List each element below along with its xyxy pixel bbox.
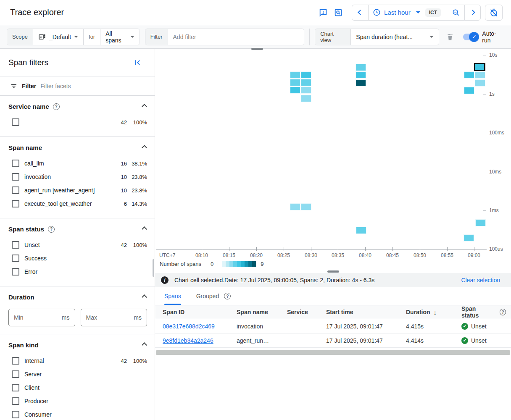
auto-refresh-off-button[interactable] (485, 5, 503, 21)
duration-min-input[interactable] (14, 314, 52, 321)
facet-row: execute_tool get_weather614.3% (8, 197, 147, 210)
checkbox[interactable] (12, 200, 19, 207)
column-header-service[interactable]: Service (287, 309, 326, 315)
column-header-span-name[interactable]: Span name (237, 309, 287, 315)
time-prev-button[interactable] (352, 5, 368, 20)
collapse-section-button[interactable] (142, 102, 147, 111)
heatmap-cell[interactable] (356, 71, 366, 79)
heatmap-cell[interactable] (356, 227, 366, 234)
help-icon[interactable]: ? (53, 103, 60, 110)
time-next-button[interactable] (464, 5, 480, 20)
x-axis-tick-label: 08:30 (302, 252, 320, 258)
heatmap-cell[interactable] (301, 95, 311, 102)
heatmap-cell[interactable] (290, 79, 300, 86)
span-filters-sidebar: Span filters Filter Service name?42100%S… (0, 49, 155, 420)
facet-filter-input[interactable] (40, 83, 146, 89)
column-header-span-status[interactable]: Span status? (461, 305, 506, 319)
collapse-section-button[interactable] (142, 224, 147, 234)
facet-row: Unset42100% (8, 238, 147, 252)
heatmap-cell[interactable] (290, 87, 300, 94)
checkbox[interactable] (12, 241, 19, 249)
heatmap-cell[interactable] (464, 234, 474, 242)
start-time-cell: 17 Jul 2025, 09:01:47 (326, 337, 406, 344)
facet-row: invocation1023.8% (8, 170, 147, 184)
heatmap-cell[interactable] (301, 203, 311, 210)
screen-search-button[interactable] (331, 5, 346, 20)
heatmap-cell-selected[interactable] (474, 63, 485, 71)
duration-max-input[interactable] (86, 314, 124, 321)
checkbox[interactable] (12, 255, 19, 262)
help-icon[interactable]: ? (500, 309, 506, 315)
checkbox[interactable] (12, 357, 19, 365)
span-id-link[interactable]: 9e8fd1eb34a2a246 (163, 337, 213, 344)
duration-cell: 4.414s (406, 337, 461, 344)
facet-value-label: Server (24, 371, 113, 378)
checkbox[interactable] (12, 268, 19, 276)
heatmap-cell[interactable] (290, 71, 300, 79)
checkbox[interactable] (12, 186, 19, 194)
help-icon[interactable]: ? (224, 293, 231, 299)
heatmap-cell[interactable] (301, 79, 311, 86)
span-name-cell: invocation (237, 323, 287, 330)
facet-value-label: invocation (24, 173, 113, 180)
span-id-link[interactable]: 08e317e688d2c469 (163, 323, 215, 330)
heatmap-cell[interactable] (464, 71, 474, 79)
span-scope-dropdown[interactable]: All spans (100, 29, 139, 45)
checkbox[interactable] (12, 118, 19, 126)
heatmap-cell[interactable] (301, 71, 311, 79)
filter-control: Filter (145, 29, 305, 45)
checkbox[interactable] (12, 411, 19, 418)
toolbar-resize-handle[interactable] (251, 48, 263, 50)
collapse-section-button[interactable] (142, 292, 147, 302)
help-icon[interactable]: ? (48, 226, 55, 233)
legend-swatch (222, 261, 226, 267)
heatmap-cell[interactable] (356, 79, 366, 87)
tab-spans[interactable]: Spans (164, 287, 181, 305)
horizontal-scrollbar[interactable] (156, 350, 510, 355)
collapse-sidebar-button[interactable] (130, 55, 145, 70)
chart-view-dropdown[interactable]: Span duration (heat... (351, 29, 438, 45)
collapse-section-button[interactable] (142, 143, 147, 152)
legend-label: Number of spans (160, 261, 201, 267)
sidebar-scrollbar[interactable] (153, 259, 154, 277)
check-icon: ✓ (469, 32, 479, 42)
heatmap-cell[interactable] (475, 219, 486, 226)
checkbox[interactable] (12, 160, 19, 167)
checkbox[interactable] (12, 370, 19, 378)
facet-sections: Service name?42100%Span namecall_llm1638… (0, 96, 155, 420)
column-header-span-id[interactable]: Span ID (163, 309, 237, 315)
unit-label: ms (134, 314, 142, 321)
chevron-up-icon (142, 226, 147, 232)
checkbox[interactable] (12, 384, 19, 391)
duration-cell: 4.415s (406, 323, 461, 330)
delete-query-button[interactable] (444, 29, 457, 45)
column-header-duration[interactable]: Duration↓ (406, 309, 461, 316)
heatmap-cell[interactable] (290, 203, 300, 210)
y-axis-tick-label: 10s (489, 52, 497, 58)
time-range-dropdown[interactable]: Last hour ICT (368, 5, 447, 20)
column-header-start-time[interactable]: Start time (326, 309, 406, 315)
sort-desc-icon[interactable]: ↓ (434, 309, 437, 316)
collapse-section-button[interactable] (142, 340, 147, 350)
y-axis-tick-label: 1ms (489, 207, 499, 213)
heatmap-cell[interactable] (475, 79, 485, 87)
facet-percent: 23.8% (127, 187, 147, 194)
auto-run-toggle[interactable]: ✓ (463, 34, 478, 40)
heatmap-cell[interactable] (356, 64, 366, 71)
heatmap-cell[interactable] (301, 87, 311, 94)
heatmap-cell[interactable] (475, 71, 485, 79)
clear-selection-button[interactable]: Clear selection (461, 277, 500, 284)
checkbox[interactable] (12, 397, 19, 405)
timezone-badge[interactable]: ICT (425, 8, 441, 17)
scope-dropdown[interactable]: _Default (33, 29, 83, 45)
heatmap-cell[interactable] (464, 87, 474, 94)
checkbox[interactable] (12, 173, 19, 181)
feedback-button[interactable] (316, 5, 331, 20)
tab-grouped[interactable]: Grouped (196, 287, 219, 305)
panel-resize-handle[interactable] (327, 270, 339, 273)
zoom-out-time-button[interactable] (447, 5, 464, 20)
column-label: Start time (326, 309, 353, 315)
add-filter-input[interactable] (168, 29, 304, 45)
screen-search-icon (334, 8, 343, 17)
facet-percent: 100% (127, 119, 147, 126)
